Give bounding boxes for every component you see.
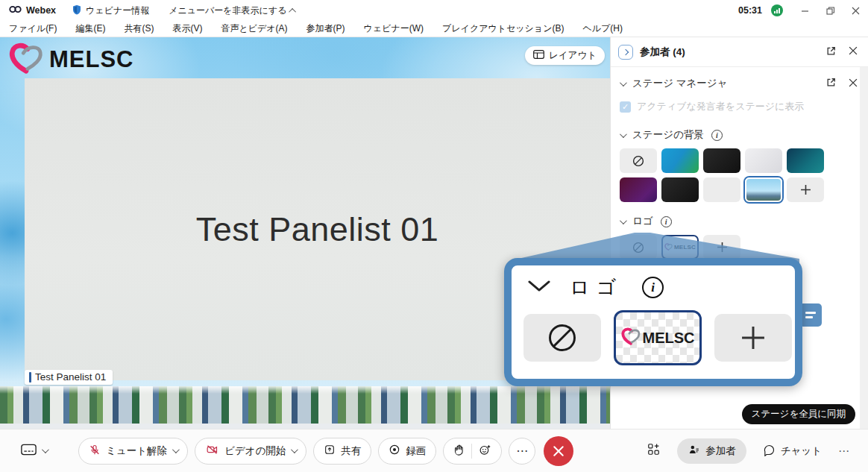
leave-meeting-button[interactable] bbox=[544, 436, 573, 466]
unmute-button[interactable]: ミュート解除 bbox=[78, 438, 188, 465]
logo-melsc-tile-selected[interactable]: MELSC bbox=[661, 235, 699, 259]
chevron-down-icon[interactable] bbox=[620, 130, 627, 138]
background-tile[interactable] bbox=[703, 148, 740, 173]
apps-icon[interactable] bbox=[647, 442, 661, 459]
meeting-timer: 05:31 bbox=[738, 5, 762, 16]
brand-text: MELSC bbox=[49, 46, 134, 73]
close-panel-icon[interactable] bbox=[849, 46, 858, 57]
stage-brand-logo: MELSC bbox=[9, 43, 134, 77]
close-button[interactable] bbox=[843, 0, 868, 21]
connection-quality-icon[interactable] bbox=[771, 4, 783, 16]
info-icon[interactable]: i bbox=[711, 130, 723, 141]
melsc-heart-icon bbox=[664, 242, 673, 253]
chat-bubble-icon bbox=[763, 444, 776, 459]
menu-webinar[interactable]: ウェビナー(W) bbox=[364, 22, 424, 35]
reactions-smiley-icon[interactable] bbox=[479, 444, 491, 459]
info-icon: i bbox=[642, 277, 664, 298]
layout-button[interactable]: レイアウト bbox=[525, 46, 605, 65]
captions-button[interactable] bbox=[21, 444, 47, 459]
chevron-right-icon bbox=[623, 48, 629, 54]
record-button[interactable]: 録画 bbox=[378, 438, 436, 465]
divider bbox=[471, 444, 472, 459]
menu-view[interactable]: 表示(V) bbox=[172, 22, 202, 35]
menu-help[interactable]: ヘルプ(H) bbox=[582, 22, 623, 35]
shield-icon bbox=[72, 4, 81, 17]
participants-toggle-button[interactable]: 参加者 bbox=[677, 438, 746, 464]
background-none-tile[interactable] bbox=[620, 148, 657, 173]
menu-breakout[interactable]: ブレイクアウトセッション(B) bbox=[442, 22, 564, 35]
background-tile[interactable] bbox=[703, 177, 740, 202]
background-city-tile-selected[interactable] bbox=[745, 177, 782, 202]
stage-preview-tag bbox=[799, 303, 822, 327]
logo-add-tile[interactable] bbox=[703, 235, 740, 259]
participants-title: 参加者 (4) bbox=[640, 45, 685, 59]
audio-indicator-bar bbox=[29, 372, 31, 383]
webex-logo-icon bbox=[9, 4, 22, 16]
menu-share[interactable]: 共有(S) bbox=[124, 22, 154, 35]
minimize-button[interactable] bbox=[792, 0, 817, 21]
webinar-info-button[interactable]: ウェビナー情報 bbox=[72, 4, 149, 17]
menu-participants[interactable]: 参加者(P) bbox=[306, 22, 345, 35]
background-tile[interactable] bbox=[661, 177, 699, 202]
camera-off-icon bbox=[205, 444, 219, 458]
stage-background-header: ステージの背景 i bbox=[620, 128, 858, 142]
layout-label: レイアウト bbox=[549, 49, 597, 62]
melsc-heart-icon bbox=[621, 327, 641, 348]
mic-off-icon bbox=[89, 444, 101, 459]
background-tile[interactable] bbox=[787, 148, 824, 173]
webex-app-group: Webex bbox=[9, 4, 56, 16]
logo-tile-text: MELSC bbox=[674, 244, 696, 251]
logo-section-header: ロゴ i bbox=[620, 215, 858, 228]
menu-edit[interactable]: 編集(E) bbox=[75, 22, 105, 35]
logo-none-tile[interactable] bbox=[620, 235, 657, 259]
more-options-button[interactable]: ⋯ bbox=[509, 438, 535, 465]
background-tile[interactable] bbox=[661, 148, 699, 173]
info-icon[interactable]: i bbox=[661, 216, 672, 227]
start-video-button[interactable]: ビデオの開始 bbox=[195, 438, 306, 465]
unmute-label: ミュート解除 bbox=[106, 444, 167, 458]
participant-icon bbox=[688, 444, 700, 458]
hide-menubar-button[interactable]: メニューバーを非表示にする bbox=[169, 4, 296, 17]
record-label: 録画 bbox=[406, 444, 426, 458]
chevron-down-icon[interactable] bbox=[172, 446, 180, 453]
logo-section-title: ロゴ bbox=[632, 215, 653, 228]
background-add-tile[interactable] bbox=[787, 177, 824, 202]
more-panels-button[interactable]: ⋯ bbox=[838, 444, 850, 458]
menu-file[interactable]: ファイル(F) bbox=[9, 22, 57, 35]
chevron-down-icon[interactable] bbox=[291, 446, 298, 453]
chevron-down-icon[interactable] bbox=[620, 217, 627, 224]
active-speaker-checkbox[interactable]: ✓ bbox=[620, 101, 631, 113]
logo-add-tile-magnified bbox=[714, 314, 792, 362]
city-skyline-background bbox=[0, 386, 610, 424]
chevron-up-icon bbox=[289, 7, 297, 15]
popout-icon[interactable] bbox=[826, 46, 836, 58]
panel-expand-button[interactable] bbox=[618, 45, 633, 60]
participant-name-label: Test Panelist 01 bbox=[25, 370, 113, 385]
webinar-info-label: ウェビナー情報 bbox=[86, 4, 149, 17]
main-area: MELSC レイアウト Test Panelist 01 Test Paneli… bbox=[0, 37, 868, 429]
background-tile[interactable] bbox=[745, 148, 782, 173]
panel-scrollbar[interactable] bbox=[860, 67, 868, 429]
logo-magnifier-popup: ロゴ i MELSC bbox=[504, 258, 802, 386]
chevron-down-icon bbox=[42, 446, 49, 453]
close-section-icon[interactable] bbox=[849, 78, 858, 89]
logo-melsc-tile-magnified: MELSC bbox=[614, 310, 702, 365]
participants-panel-header: 参加者 (4) bbox=[611, 37, 868, 66]
magnifier-header: ロゴ i bbox=[528, 274, 795, 300]
chat-button[interactable]: チャット bbox=[763, 444, 822, 459]
stage-floor bbox=[0, 424, 610, 429]
reactions-group bbox=[443, 438, 502, 465]
stage-manager-header: ステージ マネージャ bbox=[620, 77, 858, 90]
panel-divider bbox=[611, 66, 868, 67]
chevron-down-icon bbox=[528, 280, 550, 295]
share-icon bbox=[324, 444, 336, 458]
chevron-down-icon[interactable] bbox=[620, 79, 627, 86]
background-tile[interactable] bbox=[620, 177, 657, 202]
share-button[interactable]: 共有 bbox=[313, 438, 371, 465]
popout-icon[interactable] bbox=[826, 78, 836, 89]
restore-button[interactable] bbox=[817, 0, 843, 21]
sync-stage-button[interactable]: ステージを全員に同期 bbox=[742, 404, 855, 424]
menu-audio-video[interactable]: 音声とビデオ(A) bbox=[221, 22, 287, 35]
participants-toggle-label: 参加者 bbox=[705, 444, 736, 458]
raise-hand-icon[interactable] bbox=[453, 444, 465, 459]
